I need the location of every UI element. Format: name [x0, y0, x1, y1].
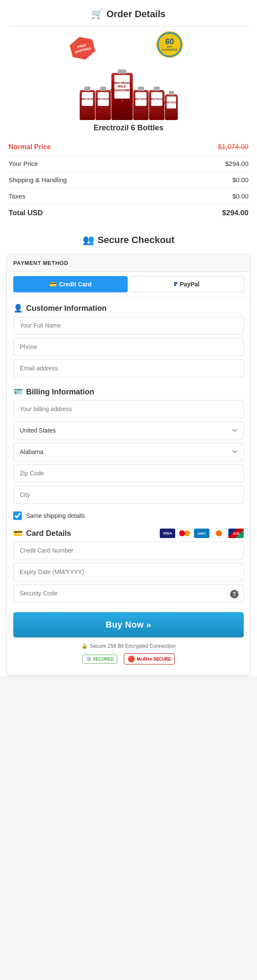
normal-price-value: $1,074.00	[218, 143, 248, 151]
visa-icon: VISA	[160, 529, 175, 538]
shipping-label: Shipping & Handling	[9, 176, 67, 183]
bottle-group: ERECTROZIL ERECTROZIL ERECTROZILMALEENHA…	[80, 73, 178, 120]
total-value: $294.00	[222, 209, 248, 217]
tab-credit-card[interactable]: 💳 Credit Card	[13, 276, 128, 292]
cart-icon: 🛒	[91, 9, 103, 20]
card-icon: 💳	[13, 529, 23, 538]
bottle-back-2: ERECTROZIL	[96, 90, 111, 120]
total-row: Total USD $294.00	[9, 204, 248, 222]
your-price-value: $294.00	[225, 160, 248, 167]
bottle-main: ERECTROZILMALEENHANCEMENT 🦅	[111, 73, 133, 120]
secure-note: 🔒 Secure 256 Bit Encrypted Connection	[7, 640, 250, 651]
page-wrapper: 🛒 Order Details FREE SHIPPING 60 DAYGUAR…	[0, 0, 257, 676]
country-select[interactable]: United States	[13, 421, 244, 439]
guarantee-badge: 60 DAYGUARANTEE	[157, 32, 182, 57]
payment-method-header: PAYMENT METHOD	[7, 255, 250, 272]
buy-now-section: Buy Now »	[7, 606, 250, 640]
shipping-value: $0.00	[232, 176, 248, 183]
jcb-icon: JCB	[228, 529, 244, 538]
secured-badge: 🛡️ SECURED	[82, 655, 118, 664]
billing-form-section: United States Alabama	[7, 400, 250, 507]
card-details-header: 💳 Card Details VISA AMEX JCB	[7, 524, 250, 541]
normal-price-label: Normal Price	[9, 143, 51, 151]
mcafee-icon: 🔴	[128, 655, 135, 662]
your-price-label: Your Price	[9, 160, 38, 167]
product-image: FREE SHIPPING 60 DAYGUARANTEE ERECTROZIL…	[64, 30, 193, 120]
checkout-form: PAYMENT METHOD 💳 Credit Card 𝐏 PayPal 👤 …	[6, 254, 251, 676]
shield-icon: 🛡️	[86, 657, 91, 661]
card-details-title: 💳 Card Details	[13, 529, 71, 538]
mcafee-badge: 🔴 McAfee SECURE	[124, 653, 175, 664]
lock-icon: 🔒	[81, 643, 88, 649]
customer-form-section	[7, 316, 250, 381]
card-form-section: ?	[7, 541, 250, 606]
billing-icon: 🪪	[13, 387, 23, 397]
city-input[interactable]	[13, 486, 244, 504]
expiry-input[interactable]	[13, 563, 244, 581]
paypal-icon: 𝐏	[174, 281, 177, 288]
bottle-right-2: ERECTROZIL	[149, 90, 164, 120]
phone-input[interactable]	[13, 338, 244, 356]
card-icons: VISA AMEX JCB	[160, 529, 244, 538]
total-label: Total USD	[9, 209, 43, 217]
taxes-value: $0.00	[232, 192, 248, 200]
bottle-right-3: ERECTROZIL	[165, 94, 178, 120]
zipcode-input[interactable]	[13, 464, 244, 482]
security-help-icon[interactable]: ?	[230, 590, 239, 598]
billing-section-header: 🪪 Billing Information	[7, 381, 250, 400]
billing-address-input[interactable]	[13, 400, 244, 418]
security-code-wrapper: ?	[13, 584, 244, 606]
buy-now-button[interactable]: Buy Now »	[13, 612, 244, 637]
amex-icon: AMEX	[194, 529, 209, 538]
state-select[interactable]: Alabama	[13, 443, 244, 461]
customer-icon: 👤	[13, 304, 23, 313]
your-price-row: Your Price $294.00	[9, 156, 248, 172]
bottle-right-1: ERECTROZIL	[133, 90, 149, 120]
free-shipping-badge: FREE SHIPPING	[68, 34, 97, 63]
mastercard-icon	[177, 529, 192, 538]
secure-icon: 👥	[83, 234, 94, 246]
shipping-row: Shipping & Handling $0.00	[9, 172, 248, 188]
tab-paypal[interactable]: 𝐏 PayPal	[130, 276, 244, 292]
trust-badges: 🛡️ SECURED 🔴 McAfee SECURE	[7, 651, 250, 669]
discover-icon	[211, 529, 227, 538]
card-number-input[interactable]	[13, 541, 244, 559]
email-input[interactable]	[13, 359, 244, 377]
secure-checkout-header: 👥 Secure Checkout	[0, 226, 257, 250]
credit-card-icon: 💳	[49, 281, 57, 288]
same-shipping-label: Same shipping details	[26, 512, 85, 519]
order-title: 🛒 Order Details	[9, 9, 248, 20]
normal-price-row: Normal Price $1,074.00	[9, 139, 248, 156]
product-name: Erectrozil 6 Bottles	[9, 123, 248, 132]
order-details-section: 🛒 Order Details FREE SHIPPING 60 DAYGUAR…	[0, 0, 257, 226]
fullname-input[interactable]	[13, 316, 244, 334]
taxes-label: Taxes	[9, 192, 25, 200]
security-code-input[interactable]	[13, 584, 244, 602]
same-shipping-checkbox[interactable]	[13, 511, 22, 520]
payment-tabs: 💳 Credit Card 𝐏 PayPal	[7, 272, 250, 297]
bottle-back-1: ERECTROZIL	[80, 90, 95, 120]
taxes-row: Taxes $0.00	[9, 188, 248, 204]
same-shipping-row: Same shipping details	[7, 507, 250, 524]
customer-section-header: 👤 Customer Information	[7, 297, 250, 316]
